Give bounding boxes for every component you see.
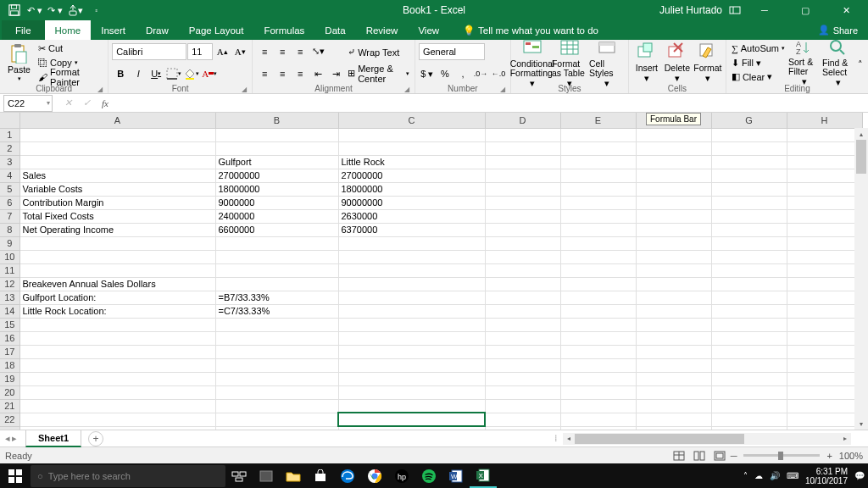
clear-button[interactable]: ◧Clear▾ (730, 69, 787, 84)
cell[interactable] (338, 291, 485, 304)
cell[interactable] (711, 318, 787, 331)
cell[interactable] (787, 155, 862, 169)
cell[interactable] (787, 141, 862, 155)
border-button[interactable]: ▾ (165, 65, 182, 82)
cell[interactable] (636, 155, 711, 169)
cell[interactable] (485, 345, 560, 358)
cell[interactable]: 27000000 (338, 169, 485, 182)
cell[interactable]: 2630000 (338, 209, 485, 223)
cell[interactable] (636, 331, 711, 345)
row-header[interactable]: 19 (0, 372, 19, 385)
zoom-slider[interactable] (743, 454, 820, 457)
share-button[interactable]: 👤Share (818, 25, 866, 36)
scroll-left-icon[interactable]: ◂ (563, 433, 575, 445)
cell[interactable] (560, 318, 636, 331)
cell[interactable] (485, 141, 560, 155)
clipboard-launcher-icon[interactable]: ◢ (96, 86, 104, 94)
cell[interactable] (19, 358, 215, 372)
cell[interactable] (711, 277, 787, 291)
cell[interactable]: 18000000 (215, 182, 338, 196)
cell[interactable] (485, 236, 560, 250)
fill-color-button[interactable]: ▾ (183, 65, 200, 82)
cell[interactable] (338, 413, 485, 426)
add-sheet-button[interactable]: + (88, 431, 103, 446)
cell[interactable] (560, 345, 636, 358)
font-launcher-icon[interactable]: ◢ (240, 86, 248, 94)
cell[interactable] (338, 250, 485, 263)
cell[interactable] (485, 155, 560, 169)
cell[interactable] (338, 236, 485, 250)
cell[interactable] (636, 128, 711, 141)
taskbar-search[interactable]: ○Type here to search (31, 465, 225, 487)
row-header[interactable]: 16 (0, 331, 19, 345)
font-color-button[interactable]: A▾ (201, 65, 218, 82)
cell[interactable]: Gulfport Location: (19, 291, 215, 304)
page-break-view-button[interactable] (710, 448, 729, 463)
cell[interactable] (338, 385, 485, 399)
save-icon[interactable] (5, 1, 24, 19)
task-view-button[interactable] (225, 463, 253, 488)
taskbar-store[interactable] (307, 463, 334, 488)
row-header[interactable]: 6 (0, 196, 19, 209)
cell[interactable] (19, 318, 215, 331)
cell[interactable]: Gulfport (215, 155, 338, 169)
increase-indent-button[interactable]: ⇥ (327, 65, 344, 82)
cell[interactable]: 9000000 (215, 196, 338, 209)
cell[interactable] (787, 250, 862, 263)
cell[interactable] (338, 141, 485, 155)
cell[interactable] (787, 345, 862, 358)
user-name[interactable]: Juliet Hurtado (659, 4, 722, 16)
cell[interactable]: 6370000 (338, 223, 485, 236)
conditional-formatting-button[interactable]: Conditional Formatting▾ (515, 42, 550, 84)
cell[interactable] (711, 372, 787, 385)
cell[interactable] (338, 128, 485, 141)
column-header-H[interactable]: H (787, 113, 862, 128)
cell[interactable] (636, 399, 711, 413)
taskbar-app-1[interactable] (253, 463, 280, 488)
column-header-A[interactable]: A (19, 113, 215, 128)
underline-button[interactable]: U▾ (147, 65, 164, 82)
cell[interactable] (560, 385, 636, 399)
cell[interactable] (485, 358, 560, 372)
cell[interactable] (215, 263, 338, 277)
cell[interactable] (485, 182, 560, 196)
cell[interactable] (338, 263, 485, 277)
enter-formula-icon[interactable]: ✓ (78, 96, 95, 111)
cell[interactable] (787, 358, 862, 372)
tab-page-layout[interactable]: Page Layout (179, 20, 254, 40)
number-format-select[interactable] (419, 43, 485, 60)
row-header[interactable]: 10 (0, 250, 19, 263)
cell[interactable] (19, 385, 215, 399)
scroll-right-icon[interactable]: ▸ (839, 433, 851, 445)
cell[interactable] (485, 263, 560, 277)
autosum-button[interactable]: ∑AutoSum▾ (730, 42, 787, 56)
row-header[interactable]: 18 (0, 358, 19, 372)
cell[interactable] (19, 399, 215, 413)
cell[interactable] (787, 318, 862, 331)
cell[interactable] (787, 399, 862, 413)
cell[interactable] (19, 345, 215, 358)
row-header[interactable]: 7 (0, 209, 19, 223)
cell[interactable] (711, 128, 787, 141)
cell[interactable] (711, 250, 787, 263)
cell[interactable] (636, 413, 711, 426)
cell[interactable] (19, 331, 215, 345)
cell[interactable]: 6600000 (215, 223, 338, 236)
cell[interactable] (787, 372, 862, 385)
cell[interactable] (787, 291, 862, 304)
cell[interactable] (485, 250, 560, 263)
cell[interactable]: 2400000 (215, 209, 338, 223)
cell[interactable] (485, 413, 560, 426)
cell[interactable] (485, 318, 560, 331)
taskbar-clock[interactable]: 6:31 PM10/10/2017 (805, 467, 848, 485)
cut-button[interactable]: ✂Cut (36, 42, 104, 56)
cell[interactable] (711, 182, 787, 196)
wrap-text-button[interactable]: ⤶Wrap Text (346, 45, 411, 59)
scroll-down-icon[interactable]: ▾ (854, 418, 868, 430)
sort-filter-button[interactable]: AZSort & Filter▾ (788, 42, 821, 84)
align-center-button[interactable]: ≡ (274, 65, 291, 82)
cell[interactable]: 27000000 (215, 169, 338, 182)
cell[interactable] (636, 277, 711, 291)
cell[interactable] (338, 304, 485, 318)
cell[interactable] (215, 399, 338, 413)
